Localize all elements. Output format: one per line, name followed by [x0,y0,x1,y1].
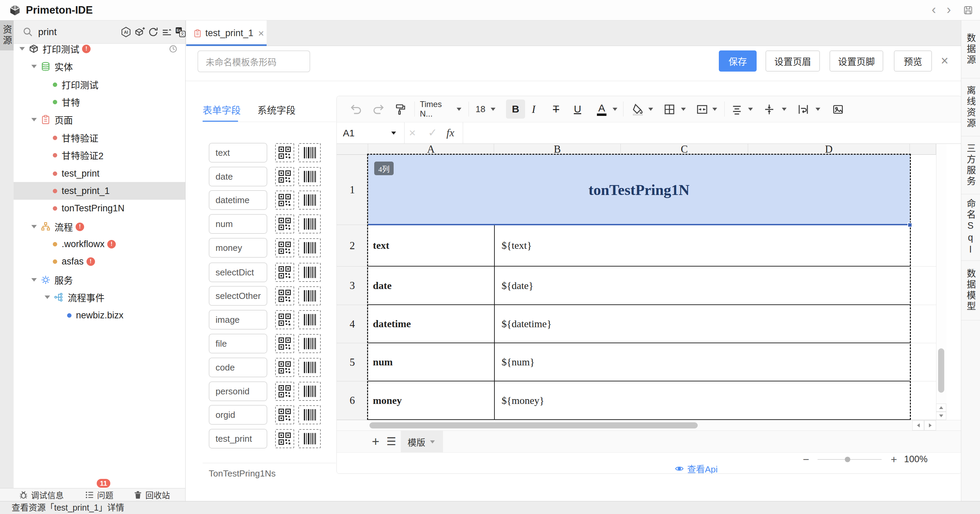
sort-list-icon[interactable] [161,27,172,37]
qr-code-icon[interactable] [275,405,294,425]
chevron-down-icon[interactable] [748,108,753,111]
view-api-link[interactable]: 查看Api [675,462,718,474]
qr-code-icon[interactable] [275,429,294,448]
row-header-2[interactable]: 2 [337,225,368,267]
barcode-icon[interactable] [298,190,321,210]
rail-tab-datasource[interactable]: 数据源 [961,21,980,78]
tab-system-fields[interactable]: 系统字段 [258,103,296,117]
italic-button[interactable]: I [527,100,540,118]
sheet-tab-template[interactable]: 模版 [401,431,443,453]
row-header-1[interactable]: 1 [337,155,368,225]
cell-label[interactable]: date [368,267,494,305]
debug-info-button[interactable]: 调试信息 [19,489,64,501]
field-chip-image[interactable]: image [209,310,267,330]
rail-tab-data-model[interactable]: 数据模型 [961,261,980,321]
font-color-button[interactable]: A [595,100,608,118]
rail-tab-offline-resources[interactable]: 离线资源 [961,78,980,136]
barcode-icon[interactable] [298,143,321,162]
tab-test-print-1[interactable]: test_print_1 × [186,21,267,46]
row-header-4[interactable]: 4 [337,305,368,343]
tree-item[interactable]: 甘特验证 [14,129,185,147]
tree-item[interactable]: 流程事件 [14,288,185,306]
column-header-B[interactable]: B [494,144,621,155]
cell-value[interactable]: ${money} [494,382,910,420]
field-chip-selectDict[interactable]: selectDict [209,262,267,282]
template-name-input[interactable] [197,50,310,72]
barcode-icon[interactable] [298,334,321,353]
vertical-align-icon[interactable] [763,103,775,115]
recycle-bin-button[interactable]: 回收站 [133,489,170,501]
vertical-scrollbar-thumb[interactable] [938,348,944,393]
chevron-down-icon[interactable] [712,108,717,111]
chevron-down-icon[interactable] [457,108,461,111]
zoom-slider-knob[interactable] [845,457,850,462]
save-window-icon[interactable] [963,5,973,15]
format-painter-icon[interactable] [394,103,406,115]
chevron-down-icon[interactable] [681,108,686,111]
column-header-C[interactable]: C [621,144,748,155]
fill-color-icon[interactable] [632,103,644,115]
qr-code-icon[interactable] [275,143,294,162]
field-chip-text[interactable]: text [209,143,267,163]
horizontal-scrollbar-thumb[interactable] [369,422,698,428]
empty-cell[interactable] [910,305,936,343]
chevron-down-icon[interactable] [31,225,37,228]
column-header-empty[interactable] [910,144,936,155]
chevron-down-icon[interactable] [491,108,495,111]
tree-item[interactable]: .workflowx ! [14,235,185,253]
column-header-D[interactable]: D [748,144,910,155]
ai-icon[interactable] [121,27,131,37]
field-chip-orgid[interactable]: orgid [209,405,267,425]
tree-item[interactable]: asfas ! [14,252,185,270]
qr-code-icon[interactable] [275,167,294,186]
barcode-icon[interactable] [298,310,321,329]
scroll-right-button[interactable] [924,420,936,431]
barcode-icon[interactable] [298,382,321,401]
barcode-icon[interactable] [298,429,321,448]
rail-tab-resources[interactable]: 资源 [0,21,14,50]
empty-cell[interactable] [910,343,936,382]
cell-value[interactable]: ${num} [494,343,910,382]
field-chip-code[interactable]: code [209,358,267,377]
tree-item[interactable]: 甘特 [14,93,185,111]
tree-item[interactable]: 打印测试 [14,76,185,93]
scroll-left-button[interactable] [912,420,924,431]
chevron-down-icon[interactable] [45,295,50,299]
cell-value[interactable]: ${text} [494,225,910,267]
insert-image-icon[interactable] [832,103,844,115]
scroll-down-button[interactable] [936,412,946,420]
formula-input[interactable] [473,125,929,141]
chevron-down-icon[interactable] [782,108,787,111]
sheet-menu-icon[interactable]: ☰ [385,434,398,449]
refresh-icon[interactable] [148,27,159,37]
redo-icon[interactable] [372,103,385,116]
chevron-down-icon[interactable] [19,47,25,50]
field-chip-date[interactable]: date [209,167,267,187]
field-chip-test-print[interactable]: test_print [209,429,267,449]
tree-item[interactable]: 实体 [14,57,185,75]
qr-code-icon[interactable] [275,238,294,257]
set-page-footer-button[interactable]: 设置页脚 [829,50,883,72]
barcode-icon[interactable] [298,238,321,257]
cube-add-icon[interactable] [134,27,145,37]
nav-forward-icon[interactable]: › [947,0,951,19]
tree-item[interactable]: 甘特验证2 [14,146,185,164]
chevron-down-icon[interactable] [31,118,37,121]
search-input[interactable] [38,24,120,40]
tree-item[interactable]: 页面 [14,111,185,129]
barcode-icon[interactable] [298,214,321,233]
select-all-corner[interactable] [337,144,368,155]
rail-tab-named-sql[interactable]: 命名Sql [961,194,980,261]
chevron-down-icon[interactable] [430,441,435,444]
tree-item-selected[interactable]: test_print_1 [14,182,185,200]
cell-label[interactable]: num [368,343,494,382]
cell-value[interactable]: ${date} [494,267,910,305]
problems-button[interactable]: 问题 [85,489,113,501]
borders-icon[interactable] [663,103,676,115]
font-size-select[interactable]: 18 [473,100,488,118]
barcode-icon[interactable] [298,286,321,305]
tree-item[interactable]: tonTestPring1N [14,200,185,217]
qr-code-icon[interactable] [275,358,294,377]
merged-title-cell[interactable]: tonTestPring1N [368,155,910,225]
cell-label[interactable]: text [368,225,494,267]
